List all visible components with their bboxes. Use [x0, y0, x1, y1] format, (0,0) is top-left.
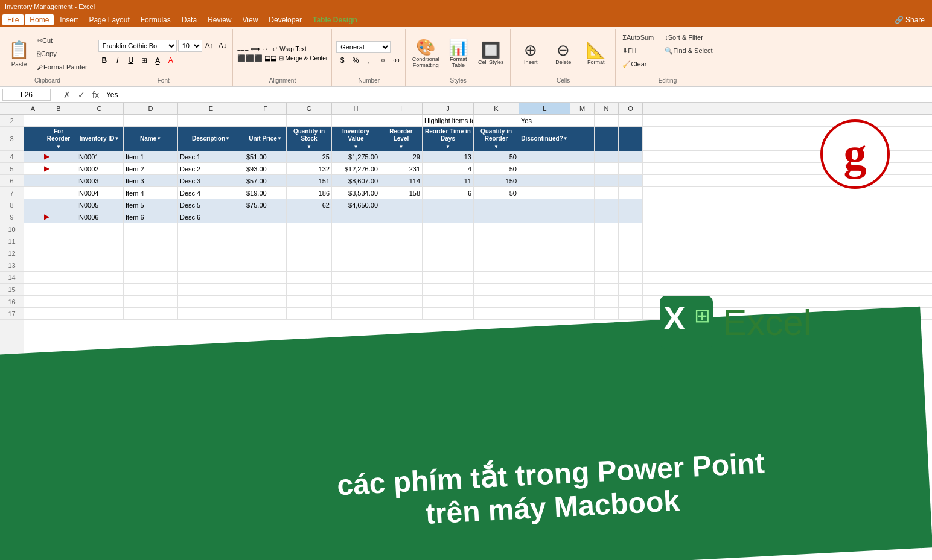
grid-cell[interactable]: [124, 296, 178, 307]
grid-cell[interactable]: [332, 247, 380, 259]
grid-cell[interactable]: [178, 115, 244, 126]
borders-button[interactable]: ⊞: [138, 54, 150, 66]
grid-cell[interactable]: [519, 199, 570, 211]
format-table-button[interactable]: 📊 Format Table: [442, 34, 474, 73]
grid-cell[interactable]: [519, 211, 570, 223]
grid-cell[interactable]: [519, 163, 570, 174]
menu-insert[interactable]: Insert: [55, 14, 83, 25]
grid-cell[interactable]: [423, 235, 474, 247]
grid-cell[interactable]: $19.00: [244, 187, 287, 199]
grid-cell[interactable]: [619, 272, 643, 283]
grid-cell[interactable]: 4: [423, 163, 474, 174]
grid-cell[interactable]: [619, 211, 643, 223]
grid-cell[interactable]: 62: [287, 199, 332, 211]
delete-button[interactable]: ⊖ Delete: [547, 34, 579, 73]
grid-cell[interactable]: [24, 308, 42, 319]
grid-cell[interactable]: [42, 235, 75, 247]
clear-button[interactable]: 🧹 Clear: [620, 58, 656, 70]
col-header-G[interactable]: G: [287, 103, 332, 114]
grid-cell[interactable]: [380, 223, 423, 235]
grid-cell[interactable]: [124, 308, 178, 319]
grid-cell[interactable]: [570, 163, 595, 174]
grid-cell[interactable]: [619, 296, 643, 307]
grid-cell[interactable]: [595, 163, 619, 174]
grid-cell[interactable]: Inventory Value ▼: [332, 127, 380, 151]
grid-cell[interactable]: [42, 259, 75, 271]
grid-cell[interactable]: [570, 211, 595, 223]
merge-center-button[interactable]: ⊟ Merge & Center: [279, 55, 328, 62]
grid-cell[interactable]: [619, 223, 643, 235]
grid-cell[interactable]: [332, 259, 380, 271]
col-header-F[interactable]: F: [244, 103, 287, 114]
grid-cell[interactable]: [519, 308, 570, 319]
grid-cell[interactable]: Reorder Level ▼: [380, 127, 423, 151]
grid-cell[interactable]: [178, 259, 244, 271]
grid-cell[interactable]: [570, 247, 595, 259]
grid-cell[interactable]: [619, 259, 643, 271]
grid-cell[interactable]: [332, 308, 380, 319]
grid-cell[interactable]: Reorder Time in Days ▼: [423, 127, 474, 151]
grid-cell[interactable]: [423, 247, 474, 259]
grid-cell[interactable]: [474, 211, 519, 223]
grid-cell[interactable]: $57.00: [244, 175, 287, 186]
menu-file[interactable]: File: [2, 14, 24, 25]
grid-cell[interactable]: [619, 247, 643, 259]
comma-button[interactable]: ,: [363, 54, 375, 66]
grid-cell[interactable]: Desc 2: [178, 163, 244, 174]
fill-color-button[interactable]: A̲: [152, 54, 164, 66]
grid-cell[interactable]: [619, 199, 643, 211]
grid-cell[interactable]: [570, 199, 595, 211]
grid-cell[interactable]: 151: [287, 175, 332, 186]
grid-cell[interactable]: [570, 115, 595, 126]
grid-cell[interactable]: IN0003: [75, 175, 124, 186]
grid-cell[interactable]: 114: [380, 175, 423, 186]
grid-cell[interactable]: [124, 235, 178, 247]
grid-cell[interactable]: Desc 6: [178, 211, 244, 223]
col-header-J[interactable]: J: [423, 103, 474, 114]
menu-home[interactable]: Home: [25, 14, 54, 25]
grid-cell[interactable]: 158: [380, 187, 423, 199]
grid-cell[interactable]: [474, 223, 519, 235]
grid-cell[interactable]: [619, 115, 643, 126]
function-icon[interactable]: fx: [90, 90, 101, 100]
grid-cell[interactable]: [519, 187, 570, 199]
grid-cell[interactable]: Highlight items to reorder?: [423, 115, 474, 126]
grid-cell[interactable]: Desc 1: [178, 151, 244, 162]
grid-cell[interactable]: [244, 211, 287, 223]
grid-cell[interactable]: [244, 223, 287, 235]
col-header-E[interactable]: E: [178, 103, 244, 114]
grid-cell[interactable]: [244, 284, 287, 295]
grid-cell[interactable]: [380, 235, 423, 247]
grid-cell[interactable]: [42, 115, 75, 126]
grid-cell[interactable]: [244, 296, 287, 307]
col-header-I[interactable]: I: [380, 103, 423, 114]
grid-cell[interactable]: [595, 187, 619, 199]
grid-cell[interactable]: [619, 151, 643, 162]
grid-cell[interactable]: [595, 175, 619, 186]
grid-cell[interactable]: [570, 284, 595, 295]
grid-cell[interactable]: [519, 223, 570, 235]
grid-cell[interactable]: 186: [287, 187, 332, 199]
grid-cell[interactable]: [570, 296, 595, 307]
grid-cell[interactable]: [474, 235, 519, 247]
grid-cell[interactable]: 13: [423, 151, 474, 162]
col-header-O[interactable]: O: [619, 103, 643, 114]
grid-cell[interactable]: [24, 284, 42, 295]
grid-cell[interactable]: [519, 247, 570, 259]
grid-cell[interactable]: [595, 235, 619, 247]
grid-cell[interactable]: [75, 308, 124, 319]
menu-formulas[interactable]: Formulas: [136, 14, 176, 25]
grid-cell[interactable]: [287, 115, 332, 126]
cut-button[interactable]: ✂ Cut: [34, 34, 90, 46]
grid-cell[interactable]: [287, 211, 332, 223]
grid-cell[interactable]: [570, 187, 595, 199]
grid-cell[interactable]: [619, 163, 643, 174]
grid-cell[interactable]: [332, 272, 380, 283]
format-button[interactable]: 📐 Format: [580, 34, 611, 73]
grid-cell[interactable]: [595, 151, 619, 162]
grid-cell[interactable]: [178, 272, 244, 283]
grid-cell[interactable]: [332, 115, 380, 126]
grid-cell[interactable]: ▶: [42, 151, 75, 162]
grid-cell[interactable]: [124, 223, 178, 235]
grid-cell[interactable]: [24, 187, 42, 199]
